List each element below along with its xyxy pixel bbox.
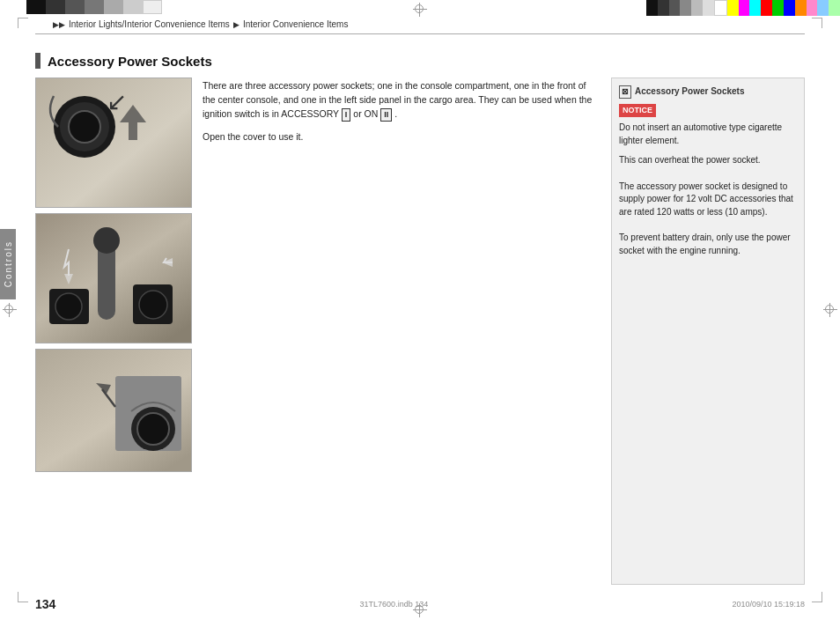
- photo-sim-1: [36, 78, 191, 207]
- image-center-console: [35, 213, 192, 343]
- swatch-g5: [104, 0, 123, 14]
- swatch-magenta: [739, 0, 750, 16]
- page-number: 134: [35, 597, 55, 611]
- notice-text-4: To prevent battery drain, only use the p…: [619, 232, 797, 257]
- main-text-block: There are three accessory power sockets;…: [203, 78, 597, 585]
- breadcrumb-sep: ▶: [233, 20, 239, 29]
- main-para-1: There are three accessory power sockets;…: [203, 79, 597, 122]
- section-title: Accessory Power Sockets: [48, 54, 212, 69]
- swatch-black: [646, 0, 658, 16]
- swatch-red: [761, 0, 772, 16]
- corner-bl: [18, 592, 28, 602]
- image-cargo-socket: [35, 349, 192, 472]
- swatch-g2: [46, 0, 65, 14]
- corner-tr: [812, 18, 822, 28]
- swatch-g7: [143, 0, 162, 14]
- notice-label: NOTICE: [619, 104, 656, 117]
- ignition-icon: I or ON II.: [342, 107, 397, 122]
- swatch-pink: [807, 0, 818, 16]
- photo-sim-3: [36, 350, 191, 471]
- swatch-blue: [784, 0, 795, 16]
- crosshair-left: [3, 303, 17, 317]
- main-para-2: Open the cover to use it.: [203, 130, 597, 144]
- swatch-g3: [65, 0, 85, 14]
- ignition-label-2: II: [380, 108, 392, 122]
- breadcrumb-part1: Interior Lights/Interior Convenience Ite…: [69, 19, 230, 29]
- notice-divider-2: [619, 225, 797, 226]
- crosshair-top: [413, 3, 427, 17]
- photo2-svg: [36, 214, 192, 343]
- swatch-lightgreen: [829, 0, 840, 16]
- ignition-or: or ON: [353, 107, 378, 122]
- main-content: Accessory Power Sockets: [35, 42, 805, 585]
- crosshair-right: [823, 303, 837, 317]
- images-stack: [35, 78, 192, 585]
- section-header: Accessory Power Sockets: [35, 53, 805, 69]
- notice-text-3: The accessory power socket is designed t…: [619, 181, 797, 219]
- ignition-label-1: I: [342, 108, 351, 122]
- swatch-darkgray: [658, 0, 669, 16]
- notice-text-1: Do not insert an automotive type cigaret…: [619, 122, 797, 147]
- color-bar: [646, 0, 840, 16]
- swatch-lightblue: [817, 0, 829, 16]
- section-title-bar: [35, 53, 41, 69]
- svg-point-6: [93, 227, 120, 254]
- swatch-g6: [123, 0, 143, 14]
- photo1-svg: [36, 78, 192, 208]
- swatch-white: [714, 0, 727, 16]
- notice-text-2: This can overheat the power socket.: [619, 154, 797, 167]
- sidebar-label: Controls: [4, 240, 13, 287]
- swatch-cyan: [749, 0, 761, 16]
- image-socket-console: [35, 78, 192, 208]
- svg-point-3: [69, 111, 100, 143]
- notice-box: ⊠ Accessory Power Sockets NOTICE Do not …: [611, 78, 805, 585]
- swatch-yellow: [727, 0, 739, 16]
- notice-divider: [619, 174, 797, 175]
- breadcrumb-part2: Interior Convenience Items: [243, 19, 349, 29]
- swatch-g4: [85, 0, 104, 14]
- file-info: 31TL7600.indb 134: [360, 600, 429, 609]
- svg-point-16: [137, 413, 169, 445]
- breadcrumb: ▶▶ Interior Lights/Interior Convenience …: [53, 19, 348, 29]
- photo3-svg: [36, 350, 192, 472]
- sidebar-tab: Controls: [0, 229, 16, 299]
- two-col-layout: There are three accessory power sockets;…: [35, 78, 805, 585]
- swatch-verylightgray: [703, 0, 714, 16]
- swatch-orange: [795, 0, 807, 16]
- swatch-g1: [26, 0, 46, 14]
- gray-swatches: [26, 0, 162, 14]
- swatch-midgray: [680, 0, 691, 16]
- notice-icon: ⊠: [619, 85, 631, 99]
- top-rule: [35, 33, 805, 34]
- photo-sim-2: [36, 214, 191, 343]
- bottom-bar: 134 31TL7600.indb 134 2010/09/10 15:19:1…: [35, 597, 805, 611]
- swatch-green: [772, 0, 784, 16]
- timestamp: 2010/09/10 15:19:18: [732, 600, 805, 609]
- breadcrumb-arrows: ▶▶: [53, 20, 65, 29]
- left-col: There are three accessory power sockets;…: [35, 78, 597, 585]
- swatch-gray: [669, 0, 681, 16]
- svg-point-8: [55, 293, 82, 320]
- svg-point-10: [139, 291, 167, 319]
- corner-tl: [18, 18, 28, 28]
- notice-box-title: ⊠ Accessory Power Sockets: [619, 85, 797, 99]
- swatch-lightgray: [691, 0, 703, 16]
- corner-br: [812, 592, 822, 602]
